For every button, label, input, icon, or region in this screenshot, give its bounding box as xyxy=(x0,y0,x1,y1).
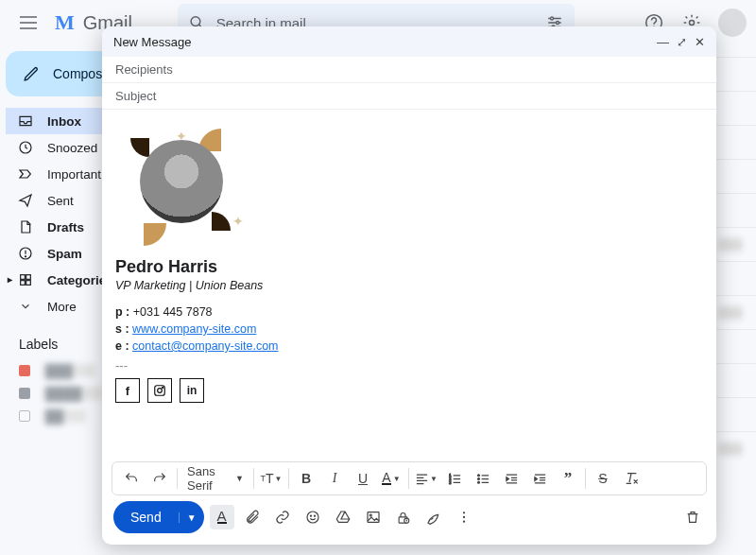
svg-point-22 xyxy=(477,481,479,483)
clear-format-icon xyxy=(624,471,639,486)
svg-rect-11 xyxy=(26,275,31,280)
minimize-button[interactable]: — xyxy=(657,36,669,48)
italic-button[interactable]: I xyxy=(321,465,348,492)
bold-button[interactable]: B xyxy=(293,465,319,492)
sidebar-item-label: More xyxy=(47,300,77,314)
expand-button[interactable]: ⤢ xyxy=(677,36,687,48)
sidebar-item-label: Spam xyxy=(47,247,82,261)
redo-button[interactable] xyxy=(146,465,173,492)
signature-email-link[interactable]: contact@company-site.com xyxy=(132,339,278,353)
link-button[interactable] xyxy=(270,505,295,529)
clear-formatting-button[interactable] xyxy=(618,465,644,492)
align-icon xyxy=(415,472,429,486)
bold-icon: B xyxy=(301,471,311,486)
formatting-toolbar: Sans Serif ▼ TT▼ B I U A▼ ▼ 123 ” S xyxy=(112,461,707,495)
svg-rect-26 xyxy=(368,512,379,523)
indent-less-button[interactable] xyxy=(498,465,524,492)
undo-icon xyxy=(124,471,139,486)
sidebar-item-label: Snoozed xyxy=(47,141,97,155)
underline-button[interactable]: U xyxy=(350,465,376,492)
sidebar-item-label: Inbox xyxy=(47,114,81,129)
image-icon xyxy=(366,510,381,525)
message-body[interactable]: ✦ ✦ Pedro Harris VP Marketing | Union Be… xyxy=(102,110,716,461)
indent-more-button[interactable] xyxy=(526,465,553,492)
instagram-link[interactable] xyxy=(147,378,172,403)
svg-point-32 xyxy=(462,521,464,523)
compose-action-bar: Send ▼ A xyxy=(102,495,716,545)
align-button[interactable]: ▼ xyxy=(413,465,439,492)
redo-icon xyxy=(152,471,167,486)
linkedin-link[interactable]: in xyxy=(180,378,204,403)
close-button[interactable]: ✕ xyxy=(695,36,705,48)
signature-site: s : www.company-site.com xyxy=(115,322,703,336)
svg-rect-10 xyxy=(21,275,26,280)
svg-point-27 xyxy=(369,514,371,516)
categories-icon xyxy=(18,272,33,287)
important-icon xyxy=(18,166,33,182)
send-button[interactable]: Send ▼ xyxy=(113,501,204,533)
text-format-icon: A xyxy=(217,511,227,524)
svg-point-24 xyxy=(310,515,311,516)
svg-point-16 xyxy=(163,387,163,388)
bulleted-list-button[interactable] xyxy=(470,465,496,492)
numbered-list-icon: 123 xyxy=(448,472,462,486)
quote-button[interactable]: ” xyxy=(555,465,581,492)
attach-button[interactable] xyxy=(240,505,265,529)
sidebar-item-label: Sent xyxy=(47,194,74,208)
svg-point-0 xyxy=(191,17,200,26)
strikethrough-button[interactable]: S xyxy=(590,465,616,492)
svg-point-9 xyxy=(25,256,26,257)
formatting-toggle-button[interactable]: A xyxy=(210,505,234,529)
svg-point-23 xyxy=(307,512,318,523)
signature-button[interactable] xyxy=(421,505,446,529)
clock-icon xyxy=(18,140,33,155)
send-label: Send xyxy=(113,510,179,525)
sparkle-icon: ✦ xyxy=(232,214,244,229)
svg-point-1 xyxy=(551,17,554,20)
svg-text:3: 3 xyxy=(449,480,451,484)
lock-icon xyxy=(396,511,410,525)
send-more-button[interactable]: ▼ xyxy=(179,512,204,523)
signature-social: f in xyxy=(115,378,703,403)
image-button[interactable] xyxy=(361,505,386,529)
recipients-field[interactable]: Recipients xyxy=(102,57,716,83)
chevron-down-icon xyxy=(19,300,32,313)
indent-less-icon xyxy=(505,472,519,486)
compose-label: Compose xyxy=(53,66,110,81)
confidential-button[interactable] xyxy=(391,505,416,529)
font-size-button[interactable]: TT▼ xyxy=(258,465,284,492)
subject-field[interactable]: Subject xyxy=(102,83,716,110)
signature-site-link[interactable]: www.company-site.com xyxy=(132,322,256,336)
sidebar-item-label: Drafts xyxy=(47,220,84,234)
emoji-icon xyxy=(305,510,320,525)
signature-name: Pedro Harris xyxy=(115,257,703,277)
undo-button[interactable] xyxy=(118,465,145,492)
discard-button[interactable] xyxy=(680,505,705,529)
menu-button[interactable] xyxy=(9,4,47,42)
pen-icon xyxy=(426,510,441,525)
sidebar-item-label: Important xyxy=(47,167,101,182)
text-color-icon: A xyxy=(382,472,390,485)
more-button[interactable] xyxy=(452,505,476,529)
emoji-button[interactable] xyxy=(301,505,325,529)
quote-icon: ” xyxy=(564,469,573,488)
font-select[interactable]: Sans Serif ▼ xyxy=(181,465,249,492)
instagram-icon xyxy=(153,384,166,397)
trash-icon xyxy=(685,510,700,525)
facebook-link[interactable]: f xyxy=(115,378,140,403)
svg-point-20 xyxy=(477,474,479,476)
hamburger-icon xyxy=(20,16,37,29)
facebook-icon: f xyxy=(126,384,129,398)
spam-icon xyxy=(18,246,33,261)
dialog-header: New Message — ⤢ ✕ xyxy=(102,26,716,57)
account-avatar[interactable] xyxy=(718,9,747,37)
svg-point-21 xyxy=(477,477,479,479)
numbered-list-button[interactable]: 123 xyxy=(441,465,468,492)
signature-email: e : contact@company-site.com xyxy=(115,339,703,353)
text-color-button[interactable]: A▼ xyxy=(378,465,404,492)
compose-dialog: New Message — ⤢ ✕ Recipients Subject ✦ ✦… xyxy=(102,26,716,545)
svg-point-6 xyxy=(690,21,695,26)
signature-photo: ✦ ✦ xyxy=(115,119,248,251)
sparkle-icon: ✦ xyxy=(176,129,187,144)
drive-button[interactable] xyxy=(331,505,355,529)
